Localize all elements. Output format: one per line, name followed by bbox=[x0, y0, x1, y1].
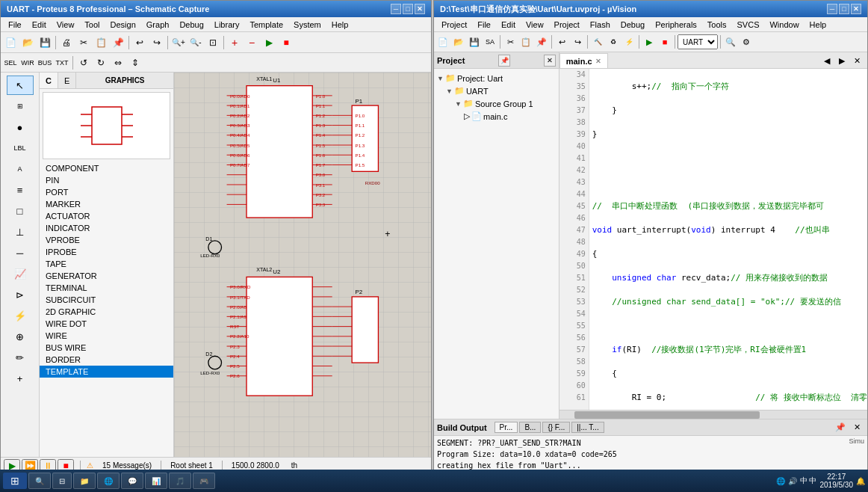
code-scrollbar-h[interactable] bbox=[559, 410, 867, 419]
stop-button[interactable]: ■ bbox=[278, 34, 294, 51]
project-panel-pin[interactable]: 📌 bbox=[498, 55, 510, 67]
pointer-tool[interactable]: ↖ bbox=[7, 76, 34, 95]
comp-bus-wire[interactable]: BUS WIRE bbox=[40, 342, 173, 354]
code-content[interactable]: 3435363738 3940414243 4445464748 4950515… bbox=[559, 69, 867, 410]
uvision-minimize-button[interactable]: ─ bbox=[827, 4, 837, 14]
proteus-minimize-button[interactable]: ─ bbox=[391, 4, 401, 14]
comp-indicator[interactable]: INDICATOR bbox=[40, 222, 173, 234]
mirror-v-button[interactable]: ⇕ bbox=[127, 55, 143, 71]
menu-system[interactable]: System bbox=[289, 19, 326, 31]
comp-actuator[interactable]: ACTUATOR bbox=[40, 210, 173, 222]
uv-copy-button[interactable]: 📋 bbox=[518, 34, 533, 49]
probe-tool[interactable]: ⊕ bbox=[7, 327, 34, 346]
code-text[interactable]: s++;// 指向下一个字符 } } // 串口中断处理函数 (串口接收到数据，… bbox=[589, 69, 867, 410]
generator-tool[interactable]: ⚡ bbox=[7, 306, 34, 325]
build-tab-f[interactable]: {} F... bbox=[542, 422, 570, 433]
label-tool[interactable]: LBL bbox=[7, 138, 34, 158]
rotate-right-button[interactable]: ↻ bbox=[93, 55, 109, 71]
taskbar-explorer[interactable]: 📁 bbox=[73, 473, 96, 489]
uv-menu-edit[interactable]: Edit bbox=[497, 19, 520, 31]
uv-debug-start-button[interactable]: ▶ bbox=[642, 34, 657, 49]
uv-redo-button[interactable]: ↪ bbox=[570, 34, 585, 49]
uv-rebuild-button[interactable]: ♻ bbox=[606, 34, 621, 49]
comp-wire[interactable]: WIRE bbox=[40, 330, 173, 342]
menu-help[interactable]: Help bbox=[327, 19, 353, 31]
uv-menu-project2[interactable]: Project bbox=[550, 19, 584, 31]
uv-menu-tools[interactable]: Tools bbox=[703, 19, 731, 31]
bus-button[interactable]: BUS bbox=[37, 55, 53, 71]
component-remove-button[interactable]: − bbox=[244, 34, 260, 51]
open-button[interactable]: 📂 bbox=[19, 34, 36, 51]
graph-tool[interactable]: 📈 bbox=[7, 264, 34, 283]
menu-template[interactable]: Template bbox=[245, 19, 288, 31]
pin-tool[interactable]: ─ bbox=[7, 243, 34, 262]
uv-menu-flash[interactable]: Flash bbox=[586, 19, 615, 31]
uvision-close-button[interactable]: ✕ bbox=[851, 4, 861, 14]
uv-menu-peripherals[interactable]: Peripherals bbox=[651, 19, 701, 31]
taskbar-taskview[interactable]: ⊟ bbox=[52, 473, 72, 489]
project-panel-close[interactable]: ✕ bbox=[544, 55, 556, 67]
uvision-restore-button[interactable]: □ bbox=[839, 4, 849, 14]
uv-menu-project[interactable]: Project bbox=[437, 19, 471, 31]
sub-circuit-tool[interactable]: □ bbox=[7, 201, 34, 221]
uv-save-all-button[interactable]: SA bbox=[483, 34, 497, 49]
menu-tool[interactable]: Tool bbox=[80, 19, 104, 31]
uv-menu-svcs[interactable]: SVCS bbox=[733, 19, 764, 31]
comp-generator[interactable]: GENERATOR bbox=[40, 270, 173, 282]
taskbar-app4[interactable]: 🎮 bbox=[193, 473, 215, 489]
proteus-close-button[interactable]: ✕ bbox=[415, 4, 425, 14]
build-output-close[interactable]: ✕ bbox=[849, 420, 864, 435]
menu-view[interactable]: View bbox=[52, 19, 79, 31]
build-tab-b[interactable]: B... bbox=[519, 422, 541, 433]
menu-library[interactable]: Library bbox=[210, 19, 244, 31]
print-button[interactable]: 🖨 bbox=[58, 34, 75, 51]
uv-menu-view[interactable]: View bbox=[521, 19, 548, 31]
taskbar-app3[interactable]: 🎵 bbox=[169, 473, 191, 489]
uv-open-button[interactable]: 📂 bbox=[451, 34, 466, 49]
build-tab-pr[interactable]: Pr... bbox=[495, 422, 518, 433]
uv-new-button[interactable]: 📄 bbox=[435, 34, 450, 49]
editor-tab-close[interactable]: ✕ bbox=[595, 58, 601, 65]
editor-tab-main-c[interactable]: main.c ✕ bbox=[559, 53, 608, 68]
notification-icon[interactable]: 🔔 bbox=[856, 477, 865, 485]
rotate-left-button[interactable]: ↺ bbox=[75, 55, 92, 71]
uv-build-button[interactable]: 🔨 bbox=[590, 34, 605, 49]
uv-flash-button[interactable]: ⚡ bbox=[621, 34, 636, 49]
build-output-pin[interactable]: 📌 bbox=[833, 420, 848, 435]
wire-button[interactable]: WIR bbox=[19, 55, 36, 71]
uv-search-button[interactable]: 🔍 bbox=[723, 34, 738, 49]
editor-nav-right[interactable]: ▶ bbox=[834, 53, 849, 68]
comp-subcircuit[interactable]: SUBCIRCUIT bbox=[40, 294, 173, 306]
zoom-out-button[interactable]: 🔍- bbox=[187, 34, 204, 51]
zoom-fit-button[interactable]: ⊡ bbox=[205, 34, 221, 51]
taskbar-app1[interactable]: 💬 bbox=[121, 473, 143, 489]
component-tool[interactable]: ⊞ bbox=[7, 96, 34, 116]
editor-nav-left[interactable]: ◀ bbox=[819, 53, 834, 68]
proteus-restore-button[interactable]: □ bbox=[403, 4, 413, 14]
uv-menu-debug[interactable]: Debug bbox=[616, 19, 649, 31]
paste-button[interactable]: 📌 bbox=[110, 34, 126, 51]
tree-main-c[interactable]: ▷ 📄 main.c bbox=[434, 110, 559, 123]
uv-target-selector[interactable]: UART bbox=[678, 34, 718, 49]
redo-button[interactable]: ↪ bbox=[149, 34, 165, 51]
uv-menu-help[interactable]: Help bbox=[805, 19, 831, 31]
copy-button[interactable]: 📋 bbox=[93, 34, 109, 51]
start-button[interactable]: ⊞ bbox=[3, 473, 27, 489]
text-button[interactable]: TXT bbox=[54, 55, 70, 71]
comp-template[interactable]: TEMPLATE bbox=[40, 366, 173, 378]
menu-design[interactable]: Design bbox=[106, 19, 140, 31]
new-button[interactable]: 📄 bbox=[2, 34, 19, 51]
taskbar-browser[interactable]: 🌐 bbox=[97, 473, 120, 489]
tree-source-group[interactable]: ▼ 📁 Source Group 1 bbox=[434, 97, 559, 110]
comp-border[interactable]: BORDER bbox=[40, 354, 173, 366]
comp-tape[interactable]: TAPE bbox=[40, 258, 173, 270]
comp-marker[interactable]: MARKER bbox=[40, 198, 173, 210]
comp-wire-dot[interactable]: WIRE DOT bbox=[40, 318, 173, 330]
uv-menu-window[interactable]: Window bbox=[765, 19, 803, 31]
text-script-tool[interactable]: A bbox=[7, 159, 34, 179]
tree-uart-group[interactable]: ▼ 📁 UART bbox=[434, 84, 559, 97]
uv-save-button[interactable]: 💾 bbox=[467, 34, 482, 49]
run-button[interactable]: ▶ bbox=[261, 34, 277, 51]
cut-button[interactable]: ✂ bbox=[75, 34, 92, 51]
comp-vprobe[interactable]: VPROBE bbox=[40, 234, 173, 246]
